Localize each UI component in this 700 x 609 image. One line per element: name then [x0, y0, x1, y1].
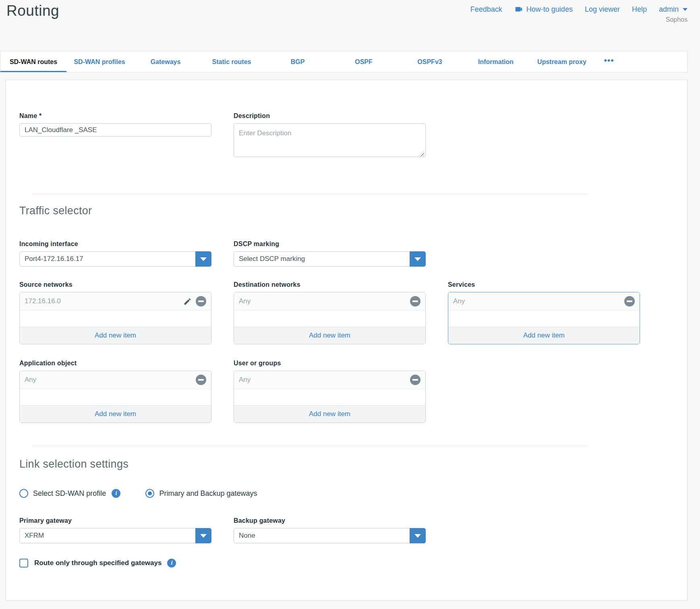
- application-object-label: Application object: [19, 360, 211, 367]
- brand-label: Sophos: [666, 16, 688, 23]
- dropdown-arrow-button[interactable]: [195, 528, 211, 543]
- info-icon[interactable]: i: [167, 559, 176, 568]
- services-listbox: Any Add new item: [448, 292, 640, 344]
- remove-item-icon[interactable]: [196, 296, 206, 307]
- list-item: 172.16.16.0: [20, 292, 211, 311]
- user-or-groups-listbox: Any Add new item: [234, 371, 426, 423]
- traffic-selector-heading: Traffic selector: [19, 205, 674, 217]
- chevron-down-icon: [200, 257, 207, 261]
- listbox-spacer: [20, 311, 211, 327]
- page-title: Routing: [6, 2, 59, 19]
- edit-pencil-icon[interactable]: [183, 297, 192, 306]
- dropdown-arrow-button[interactable]: [410, 528, 426, 543]
- application-object-listbox: Any Add new item: [19, 371, 211, 423]
- listbox-spacer: [234, 311, 425, 327]
- tab-bgp[interactable]: BGP: [265, 52, 331, 72]
- remove-item-icon[interactable]: [196, 375, 206, 385]
- dscp-marking-dropdown[interactable]: Select DSCP marking: [234, 251, 426, 267]
- add-new-item-button[interactable]: Add new item: [20, 327, 211, 344]
- chevron-down-icon: [683, 8, 688, 11]
- section-divider: [33, 194, 587, 194]
- add-new-item-button[interactable]: Add new item: [234, 327, 425, 344]
- radio-primary-backup-gateways[interactable]: Primary and Backup gateways: [145, 489, 257, 498]
- feedback-link[interactable]: Feedback: [470, 5, 502, 14]
- incoming-interface-label: Incoming interface: [19, 240, 211, 248]
- route-only-checkbox-label: Route only through specified gateways: [34, 559, 162, 567]
- header-links: Feedback How-to guides Log viewer Help a…: [470, 5, 688, 14]
- add-new-item-button[interactable]: Add new item: [234, 405, 425, 423]
- admin-menu[interactable]: admin: [659, 5, 688, 14]
- radio-selected-icon[interactable]: [145, 489, 154, 498]
- howto-guides-link[interactable]: How-to guides: [514, 5, 573, 14]
- videocam-icon: [514, 5, 523, 14]
- list-item: Any: [20, 371, 211, 389]
- help-link[interactable]: Help: [632, 5, 647, 14]
- chevron-down-icon: [200, 534, 207, 538]
- listbox-spacer: [448, 311, 640, 327]
- primary-gateway-dropdown[interactable]: XFRM: [19, 528, 211, 543]
- remove-item-icon[interactable]: [410, 375, 420, 385]
- radio-select-sdwan-profile[interactable]: Select SD-WAN profile i: [19, 489, 120, 498]
- chevron-down-icon: [414, 257, 421, 261]
- tab-sdwan-routes[interactable]: SD-WAN routes: [0, 52, 66, 72]
- list-item: Any: [234, 371, 425, 389]
- destination-networks-listbox: Any Add new item: [234, 292, 426, 344]
- tab-gateways[interactable]: Gateways: [133, 52, 199, 72]
- tab-static-routes[interactable]: Static routes: [199, 52, 265, 72]
- source-networks-label: Source networks: [19, 281, 211, 288]
- main-card: Name * Description Traffic selector Inco…: [6, 80, 688, 601]
- radio-unselected-icon[interactable]: [19, 489, 28, 498]
- page-header: Routing Feedback How-to guides Log viewe…: [0, 0, 700, 51]
- tab-information[interactable]: Information: [463, 52, 529, 72]
- tab-ospf[interactable]: OSPF: [331, 52, 397, 72]
- listbox-spacer: [20, 389, 211, 405]
- services-label: Services: [448, 281, 640, 288]
- tab-overflow-menu[interactable]: •••: [595, 52, 623, 72]
- name-label: Name *: [19, 112, 211, 120]
- tab-ospfv3[interactable]: OSPFv3: [397, 52, 463, 72]
- destination-networks-label: Destination networks: [234, 281, 426, 288]
- user-or-groups-label: User or groups: [234, 360, 426, 367]
- list-item: Any: [234, 292, 425, 311]
- info-icon[interactable]: i: [112, 489, 120, 498]
- name-input[interactable]: [19, 123, 211, 137]
- list-item: Any: [448, 292, 640, 311]
- primary-gateway-label: Primary gateway: [19, 517, 211, 524]
- backup-gateway-dropdown[interactable]: None: [234, 528, 426, 543]
- source-networks-listbox: 172.16.16.0 Add new item: [19, 292, 211, 344]
- incoming-interface-dropdown[interactable]: Port4-172.16.16.17: [19, 251, 211, 267]
- description-textarea[interactable]: [234, 123, 426, 157]
- tab-upstream-proxy[interactable]: Upstream proxy: [529, 52, 595, 72]
- remove-item-icon[interactable]: [410, 296, 420, 307]
- section-divider: [33, 445, 587, 446]
- backup-gateway-label: Backup gateway: [234, 517, 426, 524]
- add-new-item-button[interactable]: Add new item: [20, 405, 211, 423]
- dscp-marking-label: DSCP marking: [234, 240, 426, 248]
- dropdown-arrow-button[interactable]: [195, 251, 211, 267]
- tab-bar: SD-WAN routes SD-WAN profiles Gateways S…: [0, 51, 688, 72]
- listbox-spacer: [234, 389, 425, 405]
- description-label: Description: [234, 112, 426, 120]
- remove-item-icon[interactable]: [624, 296, 635, 307]
- tab-sdwan-profiles[interactable]: SD-WAN profiles: [66, 52, 133, 72]
- dropdown-arrow-button[interactable]: [410, 251, 426, 267]
- add-new-item-button[interactable]: Add new item: [448, 327, 640, 344]
- link-selection-heading: Link selection settings: [19, 458, 674, 470]
- chevron-down-icon: [414, 534, 421, 538]
- route-only-checkbox[interactable]: [19, 559, 28, 568]
- log-viewer-link[interactable]: Log viewer: [585, 5, 620, 14]
